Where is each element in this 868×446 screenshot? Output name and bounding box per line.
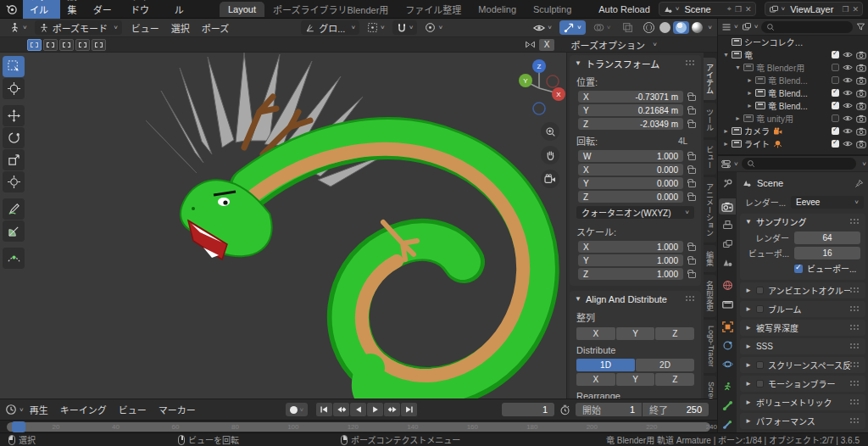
current-frame-field[interactable]: 1 — [502, 403, 554, 416]
timeline-menu-item[interactable]: マーカー — [153, 401, 202, 418]
measure-tool[interactable] — [3, 220, 25, 242]
sidebar-tab[interactable]: アニメーション — [704, 177, 716, 243]
tab-object[interactable] — [719, 319, 736, 335]
lock-icon[interactable] — [688, 154, 696, 160]
playhead[interactable] — [12, 421, 25, 432]
scale-tool[interactable] — [3, 149, 25, 170]
visibility-dropdown[interactable]: ˅ — [529, 20, 556, 35]
collapsed-panel[interactable]: ► スクリーンスペース反射 — [740, 357, 865, 373]
align-axis-button[interactable]: Z — [655, 327, 694, 340]
auto-reload-label[interactable]: Auto Reload — [598, 4, 650, 14]
chevron-down-icon[interactable]: ˅ — [734, 23, 738, 31]
lock-icon[interactable] — [688, 259, 696, 265]
sidebar-tab[interactable]: Logo-Tracer — [704, 320, 716, 373]
camera-view-icon[interactable] — [541, 170, 559, 188]
distribute-axis-button[interactable]: Y — [616, 373, 655, 386]
viewport-3d[interactable]: Z Y X ▼ トランスフォーム 位置: X- — [0, 53, 717, 399]
pan-hand-icon[interactable] — [541, 146, 559, 164]
workspace-tab[interactable]: Sculpting — [525, 2, 580, 17]
number-field[interactable]: X0.000 — [578, 164, 683, 176]
collapsed-panel[interactable]: ► アンビエントオクルージョ — [740, 282, 865, 298]
filter-icon[interactable] — [856, 22, 865, 31]
outliner-row[interactable]: ► ライト — [718, 137, 868, 150]
render-visibility-icon[interactable] — [856, 114, 866, 123]
render-visibility-icon[interactable] — [856, 140, 866, 148]
outliner-row[interactable]: ► 竜 Blend... — [718, 86, 868, 99]
render-visibility-icon[interactable] — [856, 89, 866, 98]
eye-icon[interactable] — [843, 51, 853, 59]
navigation-gizmo[interactable]: Z Y X — [514, 56, 568, 117]
collapsed-panel[interactable]: ► ブルーム — [740, 301, 865, 317]
tab-modifiers[interactable] — [719, 337, 736, 354]
number-field[interactable]: Y0.000 — [578, 177, 683, 189]
number-field[interactable]: Z-2.0349 m — [578, 118, 683, 130]
grip-icon[interactable] — [850, 399, 860, 405]
render-visibility-icon[interactable] — [856, 127, 866, 136]
expand-icon[interactable]: ► — [747, 103, 755, 109]
sampling-value-field[interactable]: 64 — [794, 231, 860, 244]
workspace-tab[interactable]: Modeling — [470, 2, 525, 17]
eye-icon[interactable] — [843, 64, 853, 71]
zoom-icon[interactable] — [541, 122, 559, 141]
close-icon[interactable]: ✕ — [745, 5, 752, 14]
exclude-checkbox-checked[interactable] — [832, 89, 839, 97]
sidebar-tab[interactable]: ビュー — [704, 140, 716, 175]
expand-icon[interactable]: ▼ — [723, 52, 732, 58]
lock-icon[interactable] — [688, 181, 696, 187]
pin-icon[interactable] — [854, 179, 864, 188]
eye-icon[interactable] — [843, 102, 853, 109]
transform-orientation-selector[interactable]: グロ... ˅ — [301, 20, 359, 35]
move-tool[interactable] — [3, 105, 25, 126]
scene-selector[interactable]: ˅ Scene ⌖ ❐ ✕ — [659, 2, 756, 16]
outliner-row[interactable]: ► 竜 Blend... — [718, 99, 868, 112]
tab-object-data[interactable] — [719, 379, 736, 395]
lock-icon[interactable] — [688, 95, 696, 101]
xray-toggle[interactable] — [618, 20, 637, 35]
select-mode-subtract-button[interactable] — [59, 39, 74, 51]
number-field[interactable]: W1.000 — [578, 150, 683, 162]
tab-tool[interactable] — [719, 176, 736, 192]
pose-options-dropdown[interactable]: ポーズオプション ˅ — [561, 37, 661, 52]
lock-icon[interactable] — [688, 272, 696, 278]
outliner-display-mode-icon[interactable] — [721, 22, 732, 32]
panel-checkbox[interactable] — [756, 287, 764, 294]
chevron-down-icon[interactable]: ˅ — [754, 23, 759, 31]
expand-icon[interactable]: ► — [747, 90, 755, 96]
expand-icon[interactable]: ▼ — [735, 64, 743, 70]
collapsed-panel[interactable]: ► SSS — [740, 338, 865, 354]
rotation-mode-dropdown[interactable]: クォータニオン(WXYZ) ˅ — [576, 206, 694, 219]
timeline-menu-item[interactable]: ビュー — [113, 401, 153, 418]
select-mode-extend-button[interactable] — [43, 39, 58, 51]
outliner-search-input[interactable] — [761, 21, 853, 33]
grip-icon[interactable] — [850, 306, 860, 312]
number-field[interactable]: X-0.73071 m — [578, 91, 683, 103]
eye-icon[interactable] — [843, 89, 853, 97]
sidebar-tab[interactable]: 名前変更 — [704, 275, 716, 317]
exclude-checkbox-checked[interactable] — [832, 102, 839, 109]
distribute-dim-button[interactable]: 2D — [636, 359, 694, 371]
exclude-checkbox-checked[interactable] — [832, 140, 839, 148]
play-button[interactable] — [367, 403, 383, 416]
exclude-checkbox-checked[interactable] — [832, 51, 839, 59]
shading-wireframe-button[interactable] — [641, 21, 657, 34]
align-panel-header[interactable]: ▼ Align And Distribute — [570, 291, 701, 307]
chevron-down-icon[interactable]: ˅ — [734, 160, 738, 168]
timeline-scrollbar[interactable] — [7, 422, 710, 432]
expand-icon[interactable]: ► — [735, 115, 743, 121]
properties-search-input[interactable] — [742, 158, 857, 170]
tab-collection[interactable] — [719, 296, 736, 312]
viewport-menu-item[interactable]: 選択 — [165, 20, 196, 36]
exclude-checkbox-unchecked[interactable] — [832, 114, 839, 122]
exclude-checkbox-unchecked[interactable] — [832, 64, 839, 71]
render-visibility-icon[interactable] — [856, 102, 866, 110]
grip-icon[interactable] — [850, 362, 860, 368]
number-field[interactable]: X1.000 — [578, 241, 683, 253]
align-axis-button[interactable]: X — [576, 327, 615, 340]
distribute-dim-button[interactable]: 1D — [576, 359, 635, 371]
render-visibility-icon[interactable] — [856, 51, 866, 59]
collapsed-panel[interactable]: ► モーションブラー — [740, 376, 865, 392]
blender-logo-icon[interactable] — [5, 3, 18, 15]
sampling-value-field[interactable]: 16 — [794, 247, 860, 259]
number-field[interactable]: Z1.000 — [578, 268, 683, 280]
tab-bone-constraint[interactable] — [719, 416, 736, 432]
